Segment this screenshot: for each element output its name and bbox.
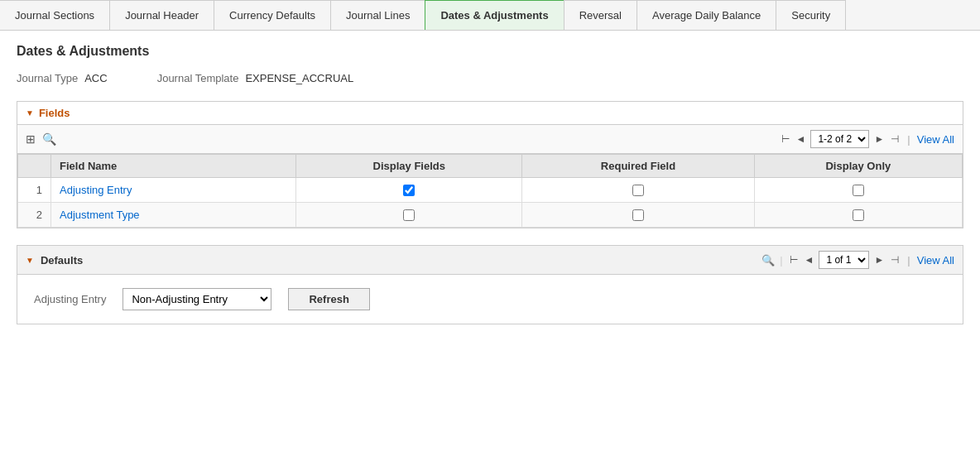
adjusting-entry-select[interactable]: Non-Adjusting Entry Adjusting Entry bbox=[122, 288, 271, 310]
defaults-view-all[interactable]: View All bbox=[917, 254, 954, 267]
tab-security[interactable]: Security bbox=[776, 0, 846, 30]
fields-chevron[interactable]: ▼ bbox=[26, 108, 34, 118]
row-num: 2 bbox=[18, 203, 51, 228]
row-display-fields bbox=[296, 178, 522, 203]
defaults-last-btn[interactable]: ⊣ bbox=[889, 254, 901, 266]
defaults-next-btn[interactable]: ► bbox=[872, 254, 886, 266]
display-only-checkbox[interactable] bbox=[853, 209, 864, 221]
fields-section-header: ▼ Fields bbox=[17, 102, 963, 125]
tab-journal-header[interactable]: Journal Header bbox=[109, 0, 214, 30]
display-fields-checkbox[interactable] bbox=[403, 185, 415, 196]
table-row: 2 Adjustment Type bbox=[18, 203, 963, 228]
fields-first-btn[interactable]: ⊢ bbox=[780, 133, 791, 145]
row-display-fields bbox=[296, 203, 522, 228]
journal-type-value: ACC bbox=[84, 72, 107, 84]
col-required-field: Required Field bbox=[522, 155, 754, 178]
defaults-section-header: ▼ Defaults 🔍 | ⊢ ◄ 1 of 1 ► ⊣ | View All bbox=[17, 246, 963, 275]
tab-reversal[interactable]: Reversal bbox=[564, 0, 637, 30]
display-fields-checkbox[interactable] bbox=[403, 209, 415, 221]
info-row: Journal Type ACC Journal Template EXPENS… bbox=[17, 72, 963, 84]
search-icon[interactable]: 🔍 bbox=[42, 132, 56, 146]
journal-template-info: Journal Template EXPENSE_ACCRUAL bbox=[157, 72, 354, 84]
defaults-search-icon[interactable]: 🔍 bbox=[761, 254, 775, 267]
tabs-container: Journal Sections Journal Header Currency… bbox=[0, 0, 980, 31]
fields-section-title: Fields bbox=[39, 107, 70, 119]
defaults-content: Adjusting Entry Non-Adjusting Entry Adju… bbox=[17, 275, 963, 324]
table-icon[interactable]: ⊞ bbox=[26, 132, 36, 146]
fields-next-btn[interactable]: ► bbox=[872, 133, 886, 145]
col-field-name: Field Name bbox=[51, 155, 296, 178]
row-display-only bbox=[754, 178, 962, 203]
tab-dates-adjustments[interactable]: Dates & Adjustments bbox=[425, 0, 564, 30]
defaults-section-title: Defaults bbox=[41, 254, 83, 267]
fields-pagination: ⊢ ◄ 1-2 of 2 ► ⊣ | View All bbox=[780, 130, 954, 148]
fields-page-select[interactable]: 1-2 of 2 bbox=[810, 130, 869, 148]
fields-table: Field Name Display Fields Required Field… bbox=[17, 154, 963, 228]
fields-section: ▼ Fields ⊞ 🔍 ⊢ ◄ 1-2 of 2 ► ⊣ | View All bbox=[17, 101, 963, 228]
fields-last-btn[interactable]: ⊣ bbox=[889, 133, 901, 145]
defaults-pagination: 🔍 | ⊢ ◄ 1 of 1 ► ⊣ | View All bbox=[761, 251, 954, 269]
fields-separator: | bbox=[907, 133, 910, 146]
tab-currency-defaults[interactable]: Currency Defaults bbox=[214, 0, 331, 30]
tab-journal-sections[interactable]: Journal Sections bbox=[0, 0, 110, 30]
col-display-only: Display Only bbox=[754, 155, 962, 178]
journal-template-label: Journal Template bbox=[157, 72, 239, 84]
defaults-section: ▼ Defaults 🔍 | ⊢ ◄ 1 of 1 ► ⊣ | View All… bbox=[17, 245, 963, 324]
fields-toolbar: ⊞ 🔍 ⊢ ◄ 1-2 of 2 ► ⊣ | View All bbox=[17, 125, 963, 154]
journal-type-label: Journal Type bbox=[17, 72, 78, 84]
tab-average-daily-balance[interactable]: Average Daily Balance bbox=[637, 0, 776, 30]
table-row: 1 Adjusting Entry bbox=[18, 178, 963, 203]
row-field-name: Adjusting Entry bbox=[51, 178, 296, 203]
defaults-prev-btn[interactable]: ◄ bbox=[803, 254, 816, 266]
adjusting-entry-label: Adjusting Entry bbox=[34, 293, 106, 305]
fields-prev-btn[interactable]: ◄ bbox=[795, 133, 808, 145]
refresh-button[interactable]: Refresh bbox=[288, 288, 369, 310]
tab-journal-lines[interactable]: Journal Lines bbox=[330, 0, 425, 30]
main-content: Dates & Adjustments Journal Type ACC Jou… bbox=[0, 31, 980, 354]
journal-template-value: EXPENSE_ACCRUAL bbox=[245, 72, 353, 84]
required-field-checkbox[interactable] bbox=[632, 209, 644, 221]
row-num: 1 bbox=[18, 178, 51, 203]
display-only-checkbox[interactable] bbox=[853, 185, 864, 196]
row-display-only bbox=[754, 203, 962, 228]
fields-view-all[interactable]: View All bbox=[917, 133, 954, 146]
journal-type-info: Journal Type ACC bbox=[17, 72, 108, 84]
defaults-chevron[interactable]: ▼ bbox=[26, 256, 34, 265]
row-required-field bbox=[522, 178, 754, 203]
page-title: Dates & Adjustments bbox=[17, 44, 963, 59]
col-num bbox=[18, 155, 51, 178]
col-display-fields: Display Fields bbox=[296, 155, 522, 178]
row-field-name: Adjustment Type bbox=[51, 203, 296, 228]
row-required-field bbox=[522, 203, 754, 228]
defaults-separator: | bbox=[907, 254, 910, 267]
defaults-first-btn[interactable]: ⊢ bbox=[788, 254, 800, 266]
required-field-checkbox[interactable] bbox=[632, 185, 644, 196]
defaults-page-select[interactable]: 1 of 1 bbox=[819, 251, 869, 269]
